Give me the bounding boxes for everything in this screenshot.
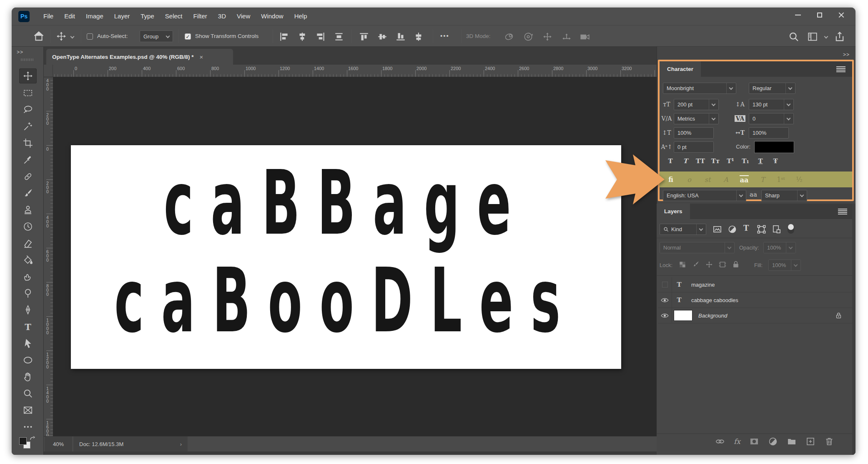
layer-row-background[interactable]: Background — [658, 308, 852, 323]
brush-tool-button[interactable] — [22, 187, 34, 199]
font-family-dropdown[interactable]: Moonbright — [663, 83, 736, 94]
new-layer-icon[interactable] — [805, 436, 815, 446]
all-caps-button[interactable]: TT — [694, 157, 707, 167]
filter-adjustment-layers-icon[interactable] — [728, 224, 737, 236]
lock-all-icon[interactable] — [732, 260, 740, 270]
menu-image[interactable]: Image — [80, 8, 109, 25]
layers-panel-menu-icon[interactable] — [838, 209, 847, 214]
more-tools-button[interactable] — [22, 421, 34, 433]
status-chevron-icon[interactable]: › — [180, 441, 182, 447]
document-tab-close-icon[interactable]: × — [200, 53, 203, 61]
layer-row-cabbage-caboodles[interactable]: T cabbage caboodles — [658, 293, 852, 308]
filter-smart-objects-icon[interactable] — [772, 224, 781, 236]
menu-window[interactable]: Window — [256, 8, 288, 25]
subscript-button[interactable]: T₁ — [739, 157, 752, 167]
swap-colors-icon[interactable] — [29, 436, 36, 442]
strikethrough-button[interactable]: Ŧ — [769, 157, 782, 167]
vertical-ruler[interactable]: 400 200 0 200 400 600 800 1000 1200 1400… — [44, 77, 53, 436]
clone-stamp-tool-button[interactable] — [22, 204, 34, 216]
horizontal-ruler[interactable]: 0 200 400 600 800 1000 1200 1400 1600 18… — [53, 65, 657, 77]
lock-pixels-icon[interactable] — [692, 260, 700, 270]
more-align-options-icon[interactable]: ••• — [440, 32, 449, 39]
tools-grip[interactable] — [21, 58, 34, 61]
new-adjustment-layer-icon[interactable] — [768, 436, 778, 446]
kerning-dropdown[interactable]: Metrics — [674, 113, 719, 124]
hand-tool-button[interactable] — [22, 371, 34, 383]
maximize-button[interactable] — [809, 8, 830, 23]
align-horizontal-centers-icon[interactable] — [297, 31, 308, 44]
3d-camera-icon[interactable] — [580, 31, 590, 44]
anti-alias-dropdown[interactable]: Sharp — [761, 190, 807, 201]
zoom-tool-button[interactable] — [22, 387, 34, 400]
auto-select-checkbox[interactable] — [87, 33, 93, 40]
fill-field[interactable]: 100% — [768, 260, 801, 271]
type-layer-thumbnail-icon[interactable]: T — [672, 296, 686, 304]
3d-rotate-icon[interactable] — [504, 31, 514, 44]
show-transform-checkbox[interactable]: ✓ — [185, 33, 191, 40]
titling-alternates-button[interactable]: T — [758, 176, 767, 184]
align-left-edges-icon[interactable] — [278, 31, 289, 44]
visibility-toggle-on[interactable] — [658, 308, 672, 323]
ellipse-tool-button[interactable] — [22, 354, 34, 366]
lock-transparency-icon[interactable] — [678, 260, 687, 270]
menu-edit[interactable]: Edit — [59, 8, 80, 25]
type-layer-thumbnail-icon[interactable]: T — [672, 281, 686, 288]
layers-scroll-strip[interactable] — [852, 204, 855, 455]
share-icon[interactable] — [834, 31, 845, 44]
collapse-tools-chevrons-icon[interactable]: >> — [17, 49, 23, 55]
language-dropdown[interactable]: English: USA — [663, 190, 746, 201]
path-selection-tool-button[interactable] — [22, 337, 34, 350]
smudge-tool-button[interactable] — [22, 270, 34, 283]
search-icon[interactable] — [788, 31, 800, 43]
filter-shape-layers-icon[interactable] — [757, 224, 766, 236]
swash-button[interactable]: o — [685, 176, 694, 184]
stylistic-alternates-button[interactable]: A — [721, 176, 730, 184]
visibility-toggle-empty[interactable] — [658, 277, 672, 292]
menu-filter[interactable]: Filter — [188, 8, 213, 25]
align-right-edges-icon[interactable] — [315, 31, 326, 44]
opacity-field[interactable]: 100% — [763, 242, 796, 253]
collapse-panels-chevrons-icon[interactable]: >> — [843, 52, 850, 58]
align-top-edges-icon[interactable] — [359, 31, 369, 44]
layer-name[interactable]: cabbage caboodles — [691, 297, 738, 303]
foreground-background-swatches[interactable] — [18, 437, 35, 452]
move-tool-button[interactable] — [19, 68, 37, 83]
eyedropper-tool-button[interactable] — [22, 154, 34, 166]
new-group-folder-icon[interactable] — [787, 436, 797, 446]
add-layer-mask-icon[interactable] — [749, 436, 759, 446]
visibility-toggle-on[interactable] — [658, 293, 672, 308]
layer-name[interactable]: magazine — [691, 282, 715, 288]
auto-select-target-dropdown[interactable]: Group — [140, 30, 173, 42]
link-layers-icon[interactable] — [715, 436, 725, 446]
doc-size-status[interactable]: Doc: 12.6M/15.3M › — [73, 436, 188, 451]
faux-italic-button[interactable]: T — [679, 157, 692, 167]
text-color-swatch[interactable] — [755, 141, 794, 153]
vertical-scale-field[interactable]: 100% — [674, 127, 714, 139]
minimize-button[interactable] — [787, 8, 809, 23]
contextual-alternates-button[interactable]: aa — [740, 175, 749, 184]
layer-lock-icon[interactable] — [835, 312, 842, 319]
filter-toggle[interactable] — [787, 224, 796, 235]
discretionary-ligatures-button[interactable]: st — [703, 176, 712, 184]
character-panel-tab[interactable]: Character — [660, 61, 701, 77]
lasso-tool-button[interactable] — [22, 103, 34, 116]
standard-ligatures-button[interactable]: fi — [666, 176, 675, 184]
menu-type[interactable]: Type — [135, 8, 160, 25]
menu-select[interactable]: Select — [160, 8, 188, 25]
ordinals-button[interactable]: 1ˢᵗ — [776, 176, 785, 184]
canvas-viewport[interactable]: caBBage caBooDLes — [53, 77, 657, 436]
distribute-horizontal-icon[interactable] — [334, 31, 344, 44]
3d-roll-icon[interactable] — [523, 31, 534, 44]
background-layer-thumbnail[interactable] — [674, 310, 692, 321]
lock-artboard-icon[interactable] — [718, 260, 727, 270]
fractions-button[interactable]: ½ — [795, 176, 804, 184]
canvas[interactable]: caBBage caBooDLes — [71, 145, 621, 369]
tracking-dropdown[interactable]: 0 — [749, 113, 794, 124]
workspace-chevron-icon[interactable] — [824, 35, 828, 39]
align-bottom-edges-icon[interactable] — [395, 31, 406, 44]
layer-style-fx-icon[interactable]: fx — [734, 437, 740, 446]
eraser-tool-button[interactable] — [22, 237, 34, 250]
rectangular-marquee-tool-button[interactable] — [22, 87, 34, 99]
menu-help[interactable]: Help — [289, 8, 313, 25]
menu-view[interactable]: View — [231, 8, 256, 25]
